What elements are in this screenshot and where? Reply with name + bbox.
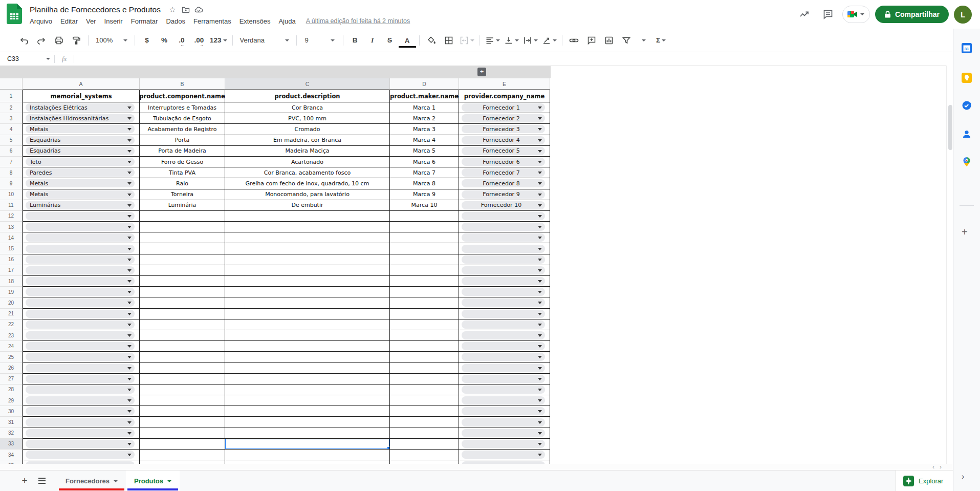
fill-color-icon[interactable] xyxy=(423,34,440,47)
dropdown-chip[interactable]: Instalações Elétricas xyxy=(26,103,135,112)
grid-cell[interactable] xyxy=(23,428,140,439)
dropdown-chip[interactable] xyxy=(26,407,135,415)
row-header-31[interactable]: 31 xyxy=(0,417,23,428)
grid-cell[interactable] xyxy=(390,319,459,330)
column-header-E[interactable]: E xyxy=(459,78,550,90)
dropdown-chip[interactable] xyxy=(462,321,545,329)
vertical-scrollbar[interactable] xyxy=(946,66,953,464)
grid-cell[interactable] xyxy=(390,232,459,243)
menu-extensões[interactable]: Extensões xyxy=(235,16,275,27)
grid-cell[interactable] xyxy=(225,363,390,374)
grid-cell[interactable]: Fornecedor 3 xyxy=(459,124,550,135)
grid-cell[interactable] xyxy=(23,363,140,374)
grid-cell[interactable] xyxy=(390,385,459,395)
move-to-folder-icon[interactable] xyxy=(180,4,191,15)
scroll-left-icon[interactable]: ‹ xyxy=(932,463,934,471)
grid-cell[interactable] xyxy=(23,243,140,254)
dropdown-chip[interactable] xyxy=(462,451,545,459)
row-header-8[interactable]: 8 xyxy=(0,167,23,178)
dropdown-chip[interactable] xyxy=(26,277,135,285)
dropdown-chip[interactable]: Fornecedor 3 xyxy=(462,125,545,133)
grid-cell[interactable]: Monocomando, para lavatório xyxy=(225,189,390,200)
grid-cell[interactable] xyxy=(390,374,459,385)
row-header-20[interactable]: 20 xyxy=(0,297,23,308)
grid-cell[interactable] xyxy=(225,243,390,254)
grid-cell[interactable] xyxy=(459,330,550,341)
tasks-icon[interactable] xyxy=(962,100,972,111)
dropdown-chip[interactable]: Fornecedor 2 xyxy=(462,114,545,122)
grid-cell[interactable] xyxy=(140,222,225,232)
dropdown-chip[interactable] xyxy=(462,212,545,220)
dropdown-chip[interactable] xyxy=(462,288,545,296)
grid-cell[interactable]: Fornecedor 7 xyxy=(459,167,550,178)
row-header-18[interactable]: 18 xyxy=(0,276,23,287)
grid-cell[interactable] xyxy=(140,363,225,374)
grid-cell[interactable] xyxy=(225,417,390,428)
row-header-15[interactable]: 15 xyxy=(0,243,23,254)
grid-cell[interactable] xyxy=(225,232,390,243)
document-title[interactable]: Planilha de Fornecedores e Produtos xyxy=(30,5,161,14)
dropdown-chip[interactable] xyxy=(462,233,545,242)
row-header-11[interactable]: 11 xyxy=(0,200,23,211)
grid-cell[interactable] xyxy=(390,417,459,428)
grid-cell[interactable]: Marca 6 xyxy=(390,157,459,167)
print-icon[interactable] xyxy=(50,34,68,47)
grid-cell[interactable]: Fornecedor 4 xyxy=(459,135,550,146)
row-header-9[interactable]: 9 xyxy=(0,178,23,189)
grid-cell[interactable] xyxy=(459,406,550,417)
grid-cell[interactable] xyxy=(23,352,140,362)
grid-cell[interactable] xyxy=(23,211,140,222)
grid-cell[interactable] xyxy=(140,439,225,450)
grid-cell[interactable] xyxy=(459,222,550,232)
grid-cell[interactable] xyxy=(390,439,459,450)
grid-cell[interactable] xyxy=(23,417,140,428)
header-cell-E1[interactable]: provider.company_name xyxy=(459,90,550,102)
dropdown-chip[interactable] xyxy=(462,310,545,318)
grid-cell[interactable]: Forro de Gesso xyxy=(140,157,225,167)
history-icon[interactable] xyxy=(795,5,814,24)
dropdown-chip[interactable] xyxy=(26,321,135,329)
column-header-B[interactable]: B xyxy=(140,78,225,90)
grid-cell[interactable] xyxy=(23,319,140,330)
grid-cell[interactable] xyxy=(459,319,550,330)
row-header-34[interactable]: 34 xyxy=(0,450,23,460)
dropdown-chip[interactable]: Fornecedor 1 xyxy=(462,103,545,112)
sheets-logo[interactable] xyxy=(7,4,22,24)
grid-cell[interactable]: Metais xyxy=(23,189,140,200)
grid-cell[interactable] xyxy=(23,265,140,276)
grid-cell[interactable]: Madeira Maciça xyxy=(225,146,390,157)
dropdown-chip[interactable] xyxy=(462,331,545,339)
grid-cell[interactable] xyxy=(459,374,550,385)
row-header-21[interactable]: 21 xyxy=(0,309,23,319)
dropdown-chip[interactable] xyxy=(462,342,545,350)
dropdown-chip[interactable] xyxy=(462,255,545,264)
grid-cell[interactable]: Marca 9 xyxy=(390,189,459,200)
row-header-17[interactable]: 17 xyxy=(0,265,23,276)
row-header-1[interactable]: 1 xyxy=(0,90,23,102)
grid-cell[interactable] xyxy=(459,254,550,265)
grid-cell[interactable] xyxy=(390,460,459,464)
dropdown-chip[interactable] xyxy=(26,223,135,231)
grid-cell[interactable] xyxy=(23,276,140,287)
row-header-35[interactable]: 35 xyxy=(0,460,23,464)
grid-cell[interactable] xyxy=(390,395,459,406)
dropdown-chip[interactable]: Fornecedor 7 xyxy=(462,168,545,177)
dropdown-chip[interactable]: Esquadrias xyxy=(26,136,135,144)
sheet-tab-produtos[interactable]: Produtos xyxy=(126,471,180,491)
grid-cell[interactable] xyxy=(225,406,390,417)
column-header-D[interactable]: D xyxy=(390,78,459,90)
dropdown-chip[interactable] xyxy=(462,277,545,285)
select-all-corner[interactable] xyxy=(0,78,23,90)
row-header-2[interactable]: 2 xyxy=(0,102,23,113)
strikethrough-button[interactable]: S xyxy=(381,34,399,47)
menu-formatar[interactable]: Formatar xyxy=(127,16,162,27)
grid-cell[interactable] xyxy=(225,374,390,385)
menu-ferramentas[interactable]: Ferramentas xyxy=(189,16,235,27)
row-header-25[interactable]: 25 xyxy=(0,352,23,362)
grid-cell[interactable] xyxy=(459,417,550,428)
grid-cell[interactable]: Marca 4 xyxy=(390,135,459,146)
dropdown-chip[interactable] xyxy=(26,375,135,383)
dropdown-chip[interactable] xyxy=(462,418,545,426)
grid-cell[interactable] xyxy=(225,265,390,276)
keep-icon[interactable] xyxy=(962,73,972,83)
